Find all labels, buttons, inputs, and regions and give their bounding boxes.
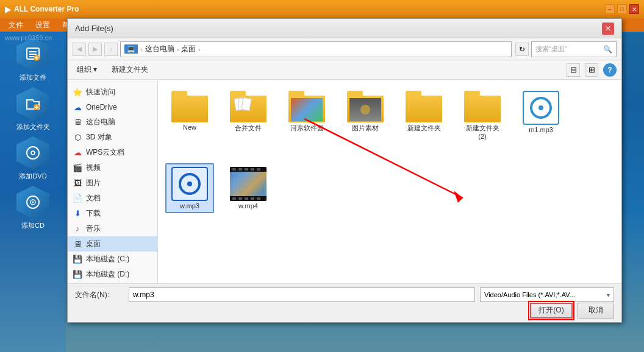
file-item-images[interactable]: 图片素材 bbox=[341, 87, 390, 144]
folder-icon-newfolder2 bbox=[464, 91, 501, 122]
file-name-merge: 合并文件 bbox=[235, 124, 262, 133]
menu-file[interactable]: 文件 bbox=[2, 19, 29, 32]
this-pc-icon: 🖥 bbox=[73, 118, 82, 127]
add-folder-label: 添加文件夹 bbox=[16, 122, 50, 132]
nav-item-3d[interactable]: ⬡ 3D 对象 bbox=[68, 130, 157, 145]
file-name-hedong: 河东软件园 bbox=[290, 124, 324, 133]
breadcrumb-pc: 这台电脑 bbox=[145, 44, 174, 54]
watermark: www.pc0359.cn bbox=[0, 32, 57, 44]
images-icon: 🖼 bbox=[73, 178, 82, 188]
organize-btn[interactable]: 组织 ▾ bbox=[73, 63, 101, 77]
sidebar-item-add-dvd[interactable]: 添加DVD bbox=[16, 136, 49, 181]
file-item-wmp3[interactable]: w.mp3 bbox=[165, 163, 214, 213]
nav-item-desktop[interactable]: 🖥 桌面 bbox=[68, 236, 157, 252]
view-list-btn[interactable]: ⊞ bbox=[585, 63, 598, 77]
dialog-title: Add File(s) bbox=[75, 24, 602, 33]
action-row: 打开(O) 取消 bbox=[75, 303, 614, 319]
filename-input[interactable] bbox=[129, 287, 475, 302]
dialog-body: ⭐ 快速访问 ☁ OneDrive 🖥 这台电脑 ⬡ 3D 对象 ☁ WPS云文… bbox=[68, 80, 621, 283]
file-item-wmp4[interactable]: w.mp4 bbox=[224, 163, 273, 213]
minimize-btn[interactable]: − bbox=[605, 4, 615, 14]
sidebar-item-add-cd[interactable]: 添加CD bbox=[16, 186, 49, 230]
view-icon-btn[interactable]: ⊟ bbox=[567, 63, 580, 77]
filename-label: 文件名(N): bbox=[75, 290, 124, 300]
nav-item-documents[interactable]: 📄 文档 bbox=[68, 191, 157, 206]
onedrive-icon: ☁ bbox=[73, 102, 82, 112]
add-cd-label: 添加CD bbox=[21, 221, 45, 230]
nav-item-quick-access[interactable]: ⭐ 快速访问 bbox=[68, 85, 157, 100]
new-folder-btn[interactable]: 新建文件夹 bbox=[106, 63, 154, 77]
cancel-button[interactable]: 取消 bbox=[578, 303, 614, 319]
local-d-icon: 💾 bbox=[73, 270, 82, 280]
help-btn[interactable]: ? bbox=[603, 63, 617, 77]
file-dialog: Add File(s) ✕ ◀ ▶ ↑ 💻 › 这台电脑 › 桌面 › ↻ 搜索… bbox=[67, 18, 622, 323]
folder-icon-newfolder bbox=[406, 91, 442, 122]
file-item-newfolder2[interactable]: 新建文件夹 (2) bbox=[458, 87, 507, 144]
svg-point-11 bbox=[31, 151, 35, 155]
quick-access-icon: ⭐ bbox=[73, 88, 82, 97]
nav-up-btn[interactable]: ↑ bbox=[104, 43, 118, 56]
search-icon[interactable]: 🔍 bbox=[603, 45, 612, 54]
folder-icon-images bbox=[347, 91, 384, 122]
app-titlebar: ▶ ALL Converter Pro − □ ✕ bbox=[0, 0, 644, 18]
nav-back-btn[interactable]: ◀ bbox=[73, 43, 86, 56]
files-area: New 合并文件 bbox=[158, 80, 621, 283]
search-box[interactable]: 搜索"桌面" 🔍 bbox=[531, 41, 617, 57]
filetype-dropdown-arrow: ▾ bbox=[607, 292, 610, 298]
desktop-icon: 🖥 bbox=[73, 239, 82, 249]
nav-item-local-c[interactable]: 💾 本地磁盘 (C:) bbox=[68, 252, 157, 267]
nav-item-this-pc[interactable]: 🖥 这台电脑 bbox=[68, 114, 157, 130]
add-cd-icon bbox=[16, 186, 49, 219]
mp3-icon-m1 bbox=[523, 91, 559, 125]
wps-icon: ☁ bbox=[73, 148, 82, 158]
file-item-hedong[interactable]: 河东软件园 bbox=[282, 87, 331, 144]
music-icon: ♪ bbox=[73, 224, 82, 234]
file-item-m1mp3[interactable]: m1.mp3 bbox=[517, 87, 565, 144]
maximize-btn[interactable]: □ bbox=[617, 4, 627, 14]
sidebar-item-add-file[interactable]: 添加文件 bbox=[16, 38, 49, 82]
add-file-label: 添加文件 bbox=[20, 73, 46, 82]
nav-panel: ⭐ 快速访问 ☁ OneDrive 🖥 这台电脑 ⬡ 3D 对象 ☁ WPS云文… bbox=[68, 80, 158, 283]
nav-item-onedrive[interactable]: ☁ OneDrive bbox=[68, 100, 157, 114]
file-item-newfolder[interactable]: 新建文件夹 bbox=[399, 87, 448, 144]
dialog-titlebar: Add File(s) ✕ bbox=[68, 19, 621, 38]
file-name-wmp3: w.mp3 bbox=[180, 202, 199, 209]
add-dvd-label: 添加DVD bbox=[19, 172, 46, 181]
mp4-icon-w bbox=[230, 167, 267, 201]
nav-item-wps[interactable]: ☁ WPS云文档 bbox=[68, 145, 157, 160]
file-item-merge[interactable]: 合并文件 bbox=[224, 87, 273, 144]
file-item-new[interactable]: New bbox=[165, 87, 214, 144]
file-name-images: 图片素材 bbox=[352, 124, 379, 133]
nav-item-videos[interactable]: 🎬 视频 bbox=[68, 160, 157, 175]
mp3-icon-w bbox=[171, 167, 208, 201]
filetype-dropdown[interactable]: Video/Audio Files (*.AVI;*.AV... ▾ bbox=[480, 287, 614, 302]
documents-icon: 📄 bbox=[73, 194, 82, 203]
filetype-value: Video/Audio Files (*.AVI;*.AV... bbox=[484, 291, 575, 298]
file-name-newfolder: 新建文件夹 bbox=[407, 124, 441, 133]
dialog-close-button[interactable]: ✕ bbox=[602, 23, 614, 35]
close-btn[interactable]: ✕ bbox=[629, 4, 639, 14]
svg-point-10 bbox=[27, 147, 39, 159]
refresh-btn[interactable]: ↻ bbox=[515, 43, 529, 56]
file-name-wmp4: w.mp4 bbox=[238, 202, 258, 209]
file-name-newfolder2: 新建文件夹 (2) bbox=[462, 124, 503, 140]
nav-item-downloads[interactable]: ⬇ 下载 bbox=[68, 206, 157, 221]
svg-point-14 bbox=[32, 202, 34, 203]
app-title: ALL Converter Pro bbox=[14, 5, 79, 13]
filename-row: 文件名(N): Video/Audio Files (*.AVI;*.AV...… bbox=[75, 287, 614, 302]
files-grid: New 合并文件 bbox=[165, 87, 614, 213]
pc-icon: 💻 bbox=[124, 44, 138, 54]
dialog-toolbar2: 组织 ▾ 新建文件夹 ⊟ ⊞ ? bbox=[68, 60, 621, 80]
add-folder-icon bbox=[16, 87, 49, 120]
file-name-m1mp3: m1.mp3 bbox=[529, 126, 553, 133]
search-placeholder: 搜索"桌面" bbox=[535, 44, 567, 54]
open-button[interactable]: 打开(O) bbox=[530, 303, 573, 319]
sidebar-item-add-folder[interactable]: 添加文件夹 bbox=[16, 87, 50, 132]
downloads-icon: ⬇ bbox=[73, 209, 82, 219]
address-bar: 💻 › 这台电脑 › 桌面 › bbox=[120, 41, 512, 57]
nav-item-local-d[interactable]: 💾 本地磁盘 (D:) bbox=[68, 267, 157, 282]
nav-forward-btn[interactable]: ▶ bbox=[88, 43, 102, 56]
nav-item-music[interactable]: ♪ 音乐 bbox=[68, 221, 157, 236]
menu-settings[interactable]: 设置 bbox=[29, 19, 56, 32]
nav-item-images[interactable]: 🖼 图片 bbox=[68, 175, 157, 191]
